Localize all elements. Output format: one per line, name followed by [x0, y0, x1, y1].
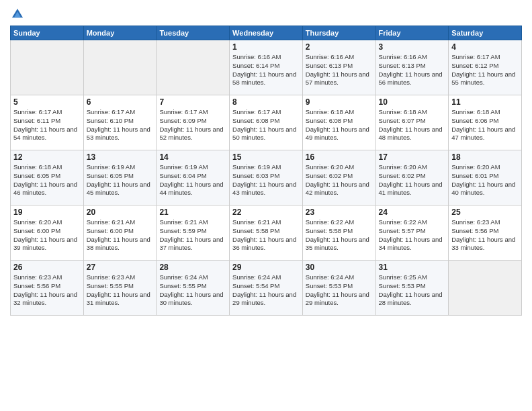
day-cell: 6Sunrise: 6:17 AM Sunset: 6:10 PM Daylig… [83, 95, 157, 150]
day-number: 20 [87, 208, 154, 217]
day-info: Sunrise: 6:18 AM Sunset: 6:08 PM Dayligh… [306, 108, 373, 142]
day-number: 13 [87, 152, 154, 162]
day-number: 6 [87, 97, 154, 107]
weekday-header-tuesday: Tuesday [157, 26, 230, 40]
day-info: Sunrise: 6:16 AM Sunset: 6:13 PM Dayligh… [379, 53, 446, 87]
day-info: Sunrise: 6:21 AM Sunset: 6:00 PM Dayligh… [87, 218, 154, 253]
day-info: Sunrise: 6:21 AM Sunset: 5:58 PM Dayligh… [232, 218, 300, 253]
day-number: 11 [451, 97, 519, 107]
day-number: 21 [159, 208, 226, 217]
day-info: Sunrise: 6:24 AM Sunset: 5:55 PM Dayligh… [159, 273, 226, 308]
week-row-2: 12Sunrise: 6:18 AM Sunset: 6:05 PM Dayli… [11, 150, 522, 205]
day-cell: 22Sunrise: 6:21 AM Sunset: 5:58 PM Dayli… [230, 205, 303, 261]
day-cell [449, 261, 522, 316]
week-row-0: 1Sunrise: 6:16 AM Sunset: 6:14 PM Daylig… [11, 40, 522, 95]
day-cell: 26Sunrise: 6:23 AM Sunset: 5:56 PM Dayli… [11, 261, 84, 316]
day-cell: 3Sunrise: 6:16 AM Sunset: 6:13 PM Daylig… [375, 40, 449, 95]
day-cell: 25Sunrise: 6:23 AM Sunset: 5:56 PM Dayli… [449, 205, 522, 261]
weekday-header-sunday: Sunday [11, 26, 84, 40]
day-cell: 1Sunrise: 6:16 AM Sunset: 6:14 PM Daylig… [230, 40, 303, 95]
day-cell: 17Sunrise: 6:20 AM Sunset: 6:02 PM Dayli… [375, 150, 449, 205]
day-cell: 23Sunrise: 6:22 AM Sunset: 5:58 PM Dayli… [302, 205, 375, 261]
day-info: Sunrise: 6:17 AM Sunset: 6:12 PM Dayligh… [451, 53, 519, 87]
day-info: Sunrise: 6:22 AM Sunset: 5:57 PM Dayligh… [379, 218, 446, 253]
weekday-header-saturday: Saturday [449, 26, 522, 40]
day-number: 9 [306, 97, 373, 107]
day-info: Sunrise: 6:22 AM Sunset: 5:58 PM Dayligh… [306, 218, 373, 253]
day-info: Sunrise: 6:23 AM Sunset: 5:56 PM Dayligh… [13, 273, 81, 308]
day-info: Sunrise: 6:24 AM Sunset: 5:54 PM Dayligh… [232, 273, 300, 308]
day-cell: 10Sunrise: 6:18 AM Sunset: 6:07 PM Dayli… [375, 95, 449, 150]
day-number: 26 [13, 263, 81, 272]
day-number: 4 [451, 42, 519, 52]
day-cell: 31Sunrise: 6:25 AM Sunset: 5:53 PM Dayli… [375, 261, 449, 316]
day-cell: 27Sunrise: 6:23 AM Sunset: 5:55 PM Dayli… [83, 261, 157, 316]
weekday-header-wednesday: Wednesday [230, 26, 303, 40]
day-number: 25 [451, 208, 519, 217]
day-cell: 4Sunrise: 6:17 AM Sunset: 6:12 PM Daylig… [449, 40, 522, 95]
day-number: 17 [379, 152, 446, 162]
day-info: Sunrise: 6:23 AM Sunset: 5:56 PM Dayligh… [451, 218, 519, 253]
day-cell: 28Sunrise: 6:24 AM Sunset: 5:55 PM Dayli… [157, 261, 230, 316]
day-info: Sunrise: 6:16 AM Sunset: 6:13 PM Dayligh… [306, 53, 373, 87]
day-info: Sunrise: 6:20 AM Sunset: 6:02 PM Dayligh… [306, 163, 373, 197]
week-row-4: 26Sunrise: 6:23 AM Sunset: 5:56 PM Dayli… [11, 261, 522, 316]
day-cell: 16Sunrise: 6:20 AM Sunset: 6:02 PM Dayli… [302, 150, 375, 205]
day-number: 31 [379, 263, 446, 272]
week-row-1: 5Sunrise: 6:17 AM Sunset: 6:11 PM Daylig… [11, 95, 522, 150]
day-info: Sunrise: 6:18 AM Sunset: 6:07 PM Dayligh… [379, 108, 446, 142]
day-info: Sunrise: 6:17 AM Sunset: 6:08 PM Dayligh… [232, 108, 300, 142]
day-number: 7 [159, 97, 226, 107]
day-cell: 15Sunrise: 6:19 AM Sunset: 6:03 PM Dayli… [230, 150, 303, 205]
day-number: 24 [379, 208, 446, 217]
day-number: 29 [232, 263, 300, 272]
day-cell: 21Sunrise: 6:21 AM Sunset: 5:59 PM Dayli… [157, 205, 230, 261]
day-cell: 19Sunrise: 6:20 AM Sunset: 6:00 PM Dayli… [11, 205, 84, 261]
day-number: 15 [232, 152, 300, 162]
day-info: Sunrise: 6:17 AM Sunset: 6:10 PM Dayligh… [87, 108, 154, 142]
day-cell [11, 40, 84, 95]
day-number: 22 [232, 208, 300, 217]
day-info: Sunrise: 6:20 AM Sunset: 6:00 PM Dayligh… [13, 218, 81, 253]
day-cell [157, 40, 230, 95]
day-number: 8 [232, 97, 300, 107]
day-info: Sunrise: 6:17 AM Sunset: 6:11 PM Dayligh… [13, 108, 81, 142]
day-number: 27 [87, 263, 154, 272]
day-cell: 13Sunrise: 6:19 AM Sunset: 6:05 PM Dayli… [83, 150, 157, 205]
day-cell [83, 40, 157, 95]
day-number: 19 [13, 208, 81, 217]
day-number: 2 [306, 42, 373, 52]
day-info: Sunrise: 6:20 AM Sunset: 6:01 PM Dayligh… [451, 163, 519, 197]
day-cell: 12Sunrise: 6:18 AM Sunset: 6:05 PM Dayli… [11, 150, 84, 205]
day-info: Sunrise: 6:19 AM Sunset: 6:03 PM Dayligh… [232, 163, 300, 197]
day-number: 14 [159, 152, 226, 162]
day-cell: 5Sunrise: 6:17 AM Sunset: 6:11 PM Daylig… [11, 95, 84, 150]
weekday-header-row: SundayMondayTuesdayWednesdayThursdayFrid… [11, 26, 522, 40]
day-number: 16 [306, 152, 373, 162]
day-cell: 2Sunrise: 6:16 AM Sunset: 6:13 PM Daylig… [302, 40, 375, 95]
day-number: 1 [232, 42, 300, 52]
day-number: 30 [306, 263, 373, 272]
day-number: 28 [159, 263, 226, 272]
weekday-header-monday: Monday [83, 26, 157, 40]
day-cell: 11Sunrise: 6:18 AM Sunset: 6:06 PM Dayli… [449, 95, 522, 150]
page: SundayMondayTuesdayWednesdayThursdayFrid… [0, 0, 532, 411]
day-cell: 30Sunrise: 6:24 AM Sunset: 5:53 PM Dayli… [302, 261, 375, 316]
header [10, 7, 522, 21]
day-cell: 9Sunrise: 6:18 AM Sunset: 6:08 PM Daylig… [302, 95, 375, 150]
day-info: Sunrise: 6:18 AM Sunset: 6:06 PM Dayligh… [451, 108, 519, 142]
day-info: Sunrise: 6:17 AM Sunset: 6:09 PM Dayligh… [159, 108, 226, 142]
day-cell: 24Sunrise: 6:22 AM Sunset: 5:57 PM Dayli… [375, 205, 449, 261]
day-info: Sunrise: 6:24 AM Sunset: 5:53 PM Dayligh… [306, 273, 373, 308]
day-number: 5 [13, 97, 81, 107]
day-cell: 14Sunrise: 6:19 AM Sunset: 6:04 PM Dayli… [157, 150, 230, 205]
week-row-3: 19Sunrise: 6:20 AM Sunset: 6:00 PM Dayli… [11, 205, 522, 261]
day-number: 3 [379, 42, 446, 52]
day-number: 18 [451, 152, 519, 162]
day-number: 12 [13, 152, 81, 162]
day-info: Sunrise: 6:19 AM Sunset: 6:04 PM Dayligh… [159, 163, 226, 197]
day-cell: 29Sunrise: 6:24 AM Sunset: 5:54 PM Dayli… [230, 261, 303, 316]
day-info: Sunrise: 6:21 AM Sunset: 5:59 PM Dayligh… [159, 218, 226, 253]
day-cell: 20Sunrise: 6:21 AM Sunset: 6:00 PM Dayli… [83, 205, 157, 261]
weekday-header-friday: Friday [375, 26, 449, 40]
